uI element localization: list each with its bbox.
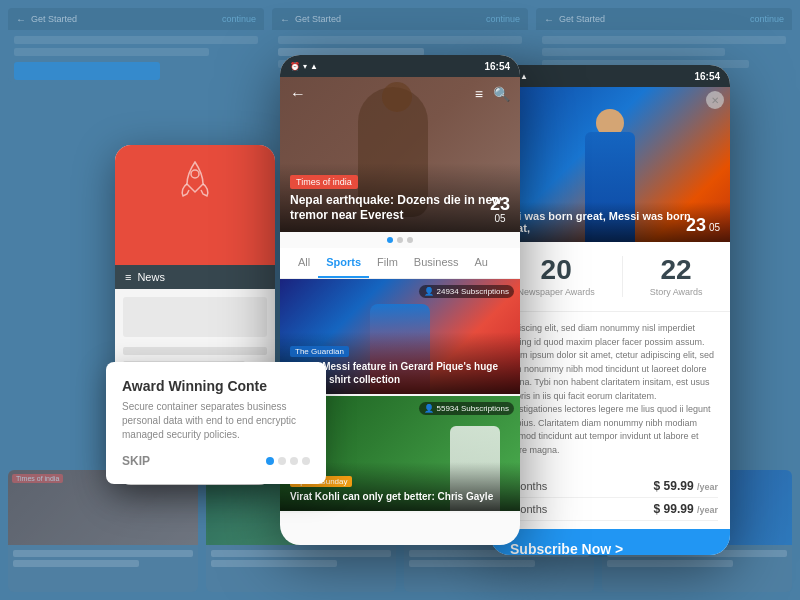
search-icon[interactable]: 🔍 — [493, 86, 510, 102]
tab-film[interactable]: Film — [369, 248, 406, 278]
story-award-count: 22 — [650, 256, 703, 284]
pricing-section: 3 Months $ 59.99 /year 6 Months $ 99.99 … — [490, 467, 730, 529]
price-period-1: /year — [697, 482, 718, 492]
phone-1-red-section — [115, 145, 275, 265]
bg-input-placeholder — [14, 36, 258, 44]
bg-get-started-label: Get Started — [31, 14, 77, 24]
bg-input-4 — [542, 36, 786, 44]
story-awards: 22 Story Awards — [650, 256, 703, 297]
phone-3-signal-icon: ▲ — [520, 72, 528, 81]
news-placeholder-1 — [123, 297, 267, 337]
subscribe-now-button[interactable]: Subscribe Now > — [490, 529, 730, 555]
bg-back-arrow-icon-2: ← — [280, 14, 290, 25]
award-overlay: Award Winning Conte Secure container sep… — [106, 362, 326, 484]
price-value-1: $ 59.99 /year — [654, 479, 718, 493]
hero-slider-dots — [280, 232, 520, 248]
lorem-text: adipiscing elit, sed diam nonummy nisl i… — [502, 322, 718, 457]
bg-get-started-label-3: Get Started — [559, 14, 605, 24]
bg-input-placeholder-3 — [278, 36, 522, 44]
lorem-section: adipiscing elit, sed diam nonummy nisl i… — [490, 312, 730, 467]
hero-date: 23 05 — [490, 195, 510, 224]
story-award-label: Story Awards — [650, 287, 703, 297]
bg-get-started-btn — [14, 62, 160, 80]
pagination-dots — [266, 457, 310, 465]
award-footer: SKIP — [122, 454, 310, 468]
newspaper-award-label: Newspaper Awards — [517, 287, 594, 297]
price-row-1: 3 Months $ 59.99 /year — [502, 475, 718, 498]
newspaper-awards: 20 Newspaper Awards — [517, 256, 594, 297]
close-button[interactable]: ✕ — [706, 91, 724, 109]
hero-source-tag: Times of india — [290, 175, 358, 189]
hero-date-month: 05 — [494, 213, 505, 224]
bg-phone-1: ← Get Started continue — [8, 8, 264, 82]
person-icon: 👤 — [424, 287, 434, 296]
hero-dot-2 — [397, 237, 403, 243]
svg-point-0 — [191, 170, 199, 178]
bg-get-started-label-2: Get Started — [295, 14, 341, 24]
category-tabs: All Sports Film Business Au — [280, 248, 520, 279]
phone-3-date-month: 05 — [709, 222, 720, 233]
card-1-source-tag: The Guardian — [290, 346, 349, 357]
hero-action-buttons: ≡ 🔍 — [475, 86, 510, 102]
bg-card-1-tag: Times of india — [12, 474, 63, 483]
bg-back-arrow-icon: ← — [16, 14, 26, 25]
bg-continue-action-2: continue — [486, 14, 520, 24]
tab-sports[interactable]: Sports — [318, 248, 369, 278]
filter-icon[interactable]: ≡ — [475, 86, 483, 102]
signal-icon: ▲ — [310, 62, 318, 71]
phone-1-newsbar: ≡ News — [115, 265, 275, 289]
bg-card-1: Times of india — [8, 470, 198, 592]
bg-continue-action-3: continue — [750, 14, 784, 24]
dot-3 — [290, 457, 298, 465]
card-2-headline: Virat Kohli can only get better: Chris G… — [290, 490, 510, 503]
phone-3-date: 23 05 — [686, 216, 720, 234]
hero-date-num: 23 — [490, 195, 510, 213]
award-desc: Secure container separates business pers… — [122, 400, 310, 442]
back-button[interactable]: ← — [290, 85, 306, 103]
award-title: Award Winning Conte — [122, 378, 310, 394]
subscribe-now-label: Subscribe Now > — [510, 541, 623, 555]
hero-dot-1 — [387, 237, 393, 243]
tab-all[interactable]: All — [290, 248, 318, 278]
card-2-subscriptions: 👤 55934 Subscriptions — [419, 402, 515, 415]
tab-au[interactable]: Au — [467, 248, 496, 278]
phone-3-date-num: 23 — [686, 215, 706, 235]
phone-3-hero: essi was born great, Messi was born grea… — [490, 87, 730, 242]
status-time: 16:54 — [484, 61, 510, 72]
person-icon-2: 👤 — [424, 404, 434, 413]
hero-nav: ← ≡ 🔍 — [280, 77, 520, 111]
news-label: News — [137, 271, 165, 283]
bg-input-placeholder-2 — [14, 48, 209, 56]
dot-4 — [302, 457, 310, 465]
status-bar: ⏰ ▾ ▲ 16:54 — [280, 55, 520, 77]
phone-3-subscribe: ⏰ ▾ ▲ 16:54 ✕ essi was born great, Messi… — [490, 65, 730, 555]
price-period-2: /year — [697, 505, 718, 515]
phone-3-time: 16:54 — [694, 71, 720, 82]
phone-3-status-bar: ⏰ ▾ ▲ 16:54 — [490, 65, 730, 87]
price-value-2: $ 99.99 /year — [654, 502, 718, 516]
rocket-icon — [179, 160, 211, 200]
awards-section: 20 Newspaper Awards 22 Story Awards — [490, 242, 730, 312]
bg-input-5 — [542, 48, 725, 56]
hero-dot-3 — [407, 237, 413, 243]
newspaper-award-count: 20 — [517, 256, 594, 284]
tab-business[interactable]: Business — [406, 248, 467, 278]
card-1-subscriptions: 👤 24934 Subscriptions — [419, 285, 515, 298]
close-icon: ✕ — [711, 95, 719, 106]
status-left-icons: ⏰ ▾ ▲ — [290, 62, 318, 71]
price-row-2: 6 Months $ 99.99 /year — [502, 498, 718, 521]
wifi-icon: ▾ — [303, 62, 307, 71]
dot-2 — [278, 457, 286, 465]
bg-card-2-body — [206, 545, 396, 575]
alarm-icon: ⏰ — [290, 62, 300, 71]
menu-icon: ≡ — [125, 271, 131, 283]
hero-overlay: Times of india Nepal earthquake: Dozens … — [280, 163, 520, 232]
hero-image-section: ← ≡ 🔍 Times of india Nepal earthquake: D… — [280, 77, 520, 232]
dot-1 — [266, 457, 274, 465]
skip-button[interactable]: SKIP — [122, 454, 150, 468]
hero-headline: Nepal earthquake: Dozens die in new trem… — [290, 193, 510, 224]
bg-back-arrow-icon-3: ← — [544, 14, 554, 25]
bg-continue-action: continue — [222, 14, 256, 24]
bg-card-1-body — [8, 545, 198, 575]
awards-divider — [622, 256, 623, 297]
